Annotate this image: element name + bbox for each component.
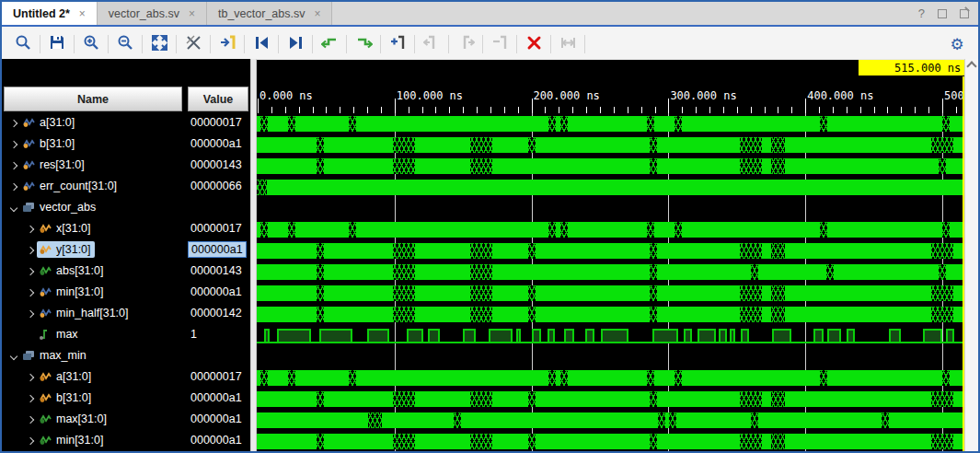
save-wave-config-button[interactable]: [43, 32, 71, 56]
signal-row-abs310[interactable]: abs[31:0]00000143: [2, 260, 250, 281]
axis-minor-tick: [901, 107, 902, 113]
signal-row-min_half310[interactable]: min_half[31:0]00000142: [2, 302, 250, 323]
vertical-scrollbar[interactable]: [964, 59, 978, 451]
signal-row-a310[interactable]: a[31:0]00000017: [2, 366, 250, 387]
chevron-right-icon[interactable]: [7, 116, 20, 129]
panel-splitter[interactable]: [250, 59, 257, 451]
transition-x-region: [939, 264, 946, 280]
zoom-out-button[interactable]: [111, 32, 139, 56]
zoom-fit-button[interactable]: [145, 32, 173, 56]
zoom-to-cursor-button[interactable]: [179, 32, 207, 56]
wave-row-abs310[interactable]: [257, 261, 964, 283]
transition-x-region: [942, 370, 950, 386]
settings-button[interactable]: ⚙: [943, 32, 971, 56]
wave-row-y310[interactable]: [257, 240, 964, 261]
go-to-cursor-button[interactable]: [213, 32, 241, 56]
chevron-down-icon[interactable]: [7, 201, 20, 214]
wave-panel[interactable]: 0.000 ns100.000 ns200.000 ns300.000 ns40…: [257, 59, 964, 451]
axis-minor-tick: [723, 107, 724, 113]
tab-vector-abs-sv[interactable]: vector_abs.sv×: [98, 2, 207, 25]
chevron-right-icon[interactable]: [7, 158, 20, 171]
bus-green-icon: [39, 435, 52, 446]
transition-x-region: [470, 264, 492, 280]
tab-close-icon[interactable]: ×: [187, 7, 197, 20]
transition-x-region: [820, 116, 827, 132]
signal-value: 00000017: [188, 115, 245, 130]
transition-x-region: [528, 243, 536, 259]
tab-untitled-2-[interactable]: Untitled 2*×: [2, 2, 98, 25]
transition-x-region: [740, 243, 762, 259]
wave-row-a310[interactable]: [257, 113, 964, 134]
transition-x-region: [288, 222, 295, 238]
transition-x-region: [771, 391, 785, 407]
chevron-right-icon[interactable]: [7, 137, 20, 150]
axis-minor-tick: [449, 107, 450, 113]
scroll-up-icon[interactable]: [966, 61, 976, 71]
name-column-header[interactable]: Name: [4, 87, 182, 111]
wave-row-a310[interactable]: [257, 367, 964, 389]
signal-row-res310[interactable]: res[31:0]00000143: [2, 154, 250, 175]
transition-x-region: [674, 222, 682, 238]
tab-close-icon[interactable]: ×: [77, 7, 87, 20]
go-to-time-end-button[interactable]: [282, 32, 309, 56]
wave-row-max310[interactable]: [257, 410, 964, 431]
wave-row-min310[interactable]: [257, 283, 964, 304]
next-transition-button[interactable]: [350, 32, 377, 56]
signal-row-min310[interactable]: min[31:0]000000a1: [2, 429, 250, 450]
transition-x-region: [393, 434, 415, 449]
signal-row-a310[interactable]: a[31:0]00000017: [2, 111, 250, 133]
signal-row-min310[interactable]: min[31:0]000000a1: [2, 281, 250, 302]
transition-x-region: [288, 370, 295, 386]
chevron-right-icon[interactable]: [24, 243, 37, 256]
wave-row-x310[interactable]: [257, 219, 964, 240]
signal-row-max_min[interactable]: max_min: [2, 344, 250, 366]
axis-minor-tick: [559, 107, 559, 113]
wave-row-b310[interactable]: [257, 134, 964, 156]
signal-row-max310[interactable]: max[31:0]000000a1: [2, 408, 250, 429]
value-column-header[interactable]: Value: [188, 87, 248, 111]
tab-close-icon[interactable]: ×: [312, 7, 322, 20]
axis-minor-tick: [614, 107, 615, 113]
delete-button[interactable]: [520, 32, 548, 56]
wave-row-b310[interactable]: [257, 389, 964, 410]
wave-row-res310[interactable]: [257, 156, 964, 177]
transition-x-region: [650, 158, 657, 174]
tab-tb-vector-abs-sv[interactable]: tb_vector_abs.sv×: [207, 2, 333, 25]
wave-row-max[interactable]: [257, 325, 964, 346]
transition-x-region: [650, 264, 657, 280]
signal-name: err_count[31:0]: [40, 180, 117, 192]
chevron-right-icon[interactable]: [24, 285, 37, 298]
chevron-right-icon[interactable]: [24, 412, 37, 425]
chevron-right-icon[interactable]: [24, 391, 37, 404]
add-marker-button[interactable]: [384, 32, 411, 56]
signal-row-vector_abs[interactable]: vector_abs: [2, 196, 250, 217]
chevron-down-icon[interactable]: [7, 349, 20, 362]
chevron-right-icon[interactable]: [24, 434, 37, 447]
go-to-time-zero-button[interactable]: [248, 32, 275, 56]
chevron-right-icon[interactable]: [24, 370, 37, 383]
signal-row-err_count310[interactable]: err_count[31:0]00000066: [2, 175, 250, 196]
zoom-in-button[interactable]: [77, 32, 105, 56]
chevron-right-icon[interactable]: [24, 222, 37, 235]
wave-row-max_min[interactable]: [257, 346, 964, 367]
signal-row-y310[interactable]: y[31:0]000000a1: [2, 238, 250, 260]
chevron-right-icon[interactable]: [7, 180, 20, 192]
transition-x-region: [393, 264, 415, 280]
signal-row-b310[interactable]: b[31:0]000000a1: [2, 133, 250, 154]
help-icon[interactable]: ?: [918, 7, 925, 19]
transition-x-region: [317, 434, 324, 449]
find-button[interactable]: [9, 32, 37, 56]
wave-row-min_half310[interactable]: [257, 304, 964, 325]
wave-row-min310[interactable]: [257, 431, 964, 451]
wave-row-vector_abs[interactable]: [257, 198, 964, 219]
chevron-right-icon[interactable]: [24, 264, 37, 277]
wave-row-err_count310[interactable]: [257, 177, 964, 198]
float-icon[interactable]: [960, 9, 969, 18]
previous-transition-button[interactable]: [316, 32, 343, 56]
signal-row-x310[interactable]: x[31:0]00000017: [2, 217, 250, 238]
signal-row-b310[interactable]: b[31:0]000000a1: [2, 387, 250, 408]
chevron-right-icon[interactable]: [24, 307, 37, 319]
signal-row-max[interactable]: max1: [2, 323, 250, 344]
previous-marker-button: [418, 32, 445, 56]
maximize-icon[interactable]: [938, 9, 947, 18]
